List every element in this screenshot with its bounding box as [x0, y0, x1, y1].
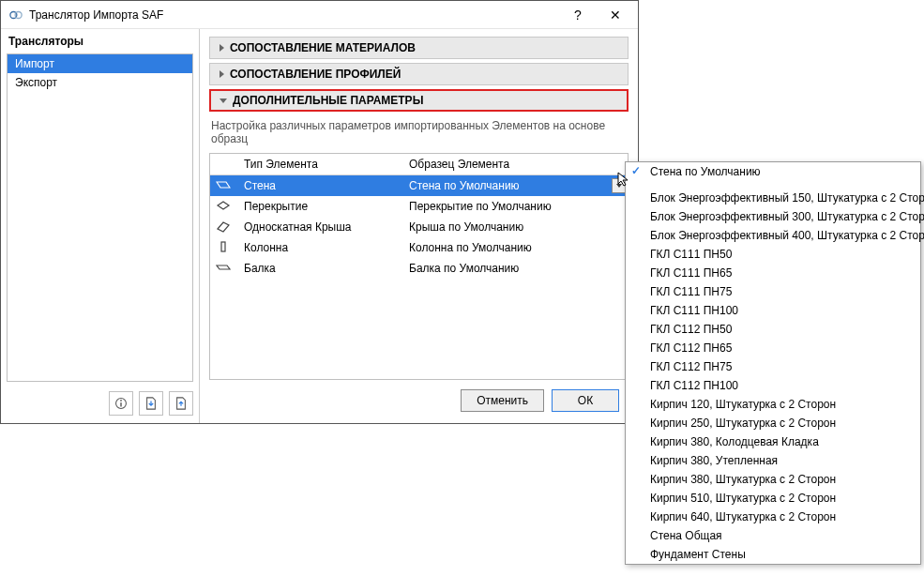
- section-profiles[interactable]: СОПОСТАВЛЕНИЕ ПРОФИЛЕЙ: [209, 63, 629, 85]
- table-row[interactable]: Балка Балка по Умолчанию: [210, 258, 628, 279]
- sidebar-item-import[interactable]: Импорт: [8, 54, 192, 73]
- sample-dropdown-popup: Стена по Умолчанию Блок Энергоэффективны…: [625, 161, 921, 565]
- cell-type: Балка: [236, 262, 401, 275]
- cell-type: Стена: [236, 179, 401, 192]
- content-panel: СОПОСТАВЛЕНИЕ МАТЕРИАЛОВ СОПОСТАВЛЕНИЕ П…: [200, 29, 638, 423]
- dropdown-option[interactable]: ГКЛ C111 ПН65: [626, 264, 920, 282]
- description-text: Настройка различных параметров импортиро…: [209, 115, 629, 153]
- translator-tree: Импорт Экспорт: [7, 53, 193, 382]
- section-additional-params[interactable]: ДОПОЛНИТЕЛЬНЫЕ ПАРАМЕТРЫ: [209, 89, 629, 112]
- dropdown-option[interactable]: ГКЛ C112 ПН100: [626, 376, 920, 395]
- dropdown-option-selected[interactable]: Стена по Умолчанию: [626, 162, 920, 181]
- cell-type: Перекрытие: [236, 200, 401, 213]
- dropdown-option[interactable]: ГКЛ C112 ПН65: [626, 339, 920, 357]
- dropdown-option[interactable]: ГКЛ C112 ПН50: [626, 320, 920, 339]
- dropdown-option[interactable]: Кирпич 120, Штукатурка с 2 Сторон: [626, 395, 920, 414]
- chevron-down-icon: [220, 99, 227, 103]
- dialog-footer: Отменить ОК: [209, 380, 629, 414]
- dropdown-option[interactable]: ГКЛ C112 ПН75: [626, 357, 920, 376]
- svg-rect-5: [221, 242, 225, 251]
- dropdown-option[interactable]: Кирпич 380, Штукатурка с 2 Сторон: [626, 470, 920, 489]
- wall-icon: [216, 178, 231, 194]
- col-type: Тип Элемента: [236, 154, 401, 174]
- column-icon: [216, 240, 231, 256]
- help-button[interactable]: ?: [559, 2, 597, 28]
- dropdown-option[interactable]: Блок Энергоэффективный 300, Штукатурка с…: [626, 207, 920, 226]
- cell-sample: Колонна по Умолчанию: [401, 241, 611, 254]
- section-label: СОПОСТАВЛЕНИЕ ПРОФИЛЕЙ: [230, 68, 401, 81]
- table-row[interactable]: Перекрытие Перекрытие по Умолчанию: [210, 196, 628, 217]
- dialog-window: Транслятор Импорта SAF ? ✕ Трансляторы И…: [0, 0, 639, 424]
- dropdown-separator: [626, 181, 920, 189]
- info-button[interactable]: [109, 391, 133, 416]
- dropdown-option[interactable]: Кирпич 380, Утепленная: [626, 451, 920, 470]
- svg-rect-3: [120, 402, 121, 406]
- table-row[interactable]: Односкатная Крыша Крыша по Умолчанию: [210, 217, 628, 237]
- dropdown-option[interactable]: ГКЛ C111 ПН75: [626, 282, 920, 301]
- section-label: ДОПОЛНИТЕЛЬНЫЕ ПАРАМЕТРЫ: [233, 94, 423, 107]
- cell-sample: Перекрытие по Умолчанию: [401, 200, 611, 213]
- table-row[interactable]: Колонна Колонна по Умолчанию: [210, 237, 628, 258]
- cell-sample: Стена по Умолчанию: [401, 179, 611, 192]
- sidebar-toolbar: [1, 387, 199, 423]
- dropdown-option[interactable]: Блок Энергоэффективный 400, Штукатурка с…: [626, 226, 920, 245]
- export-file-button[interactable]: [169, 391, 193, 416]
- sidebar-heading: Трансляторы: [1, 29, 199, 52]
- dropdown-option[interactable]: Стена Общая: [626, 526, 920, 545]
- window-title: Транслятор Импорта SAF: [29, 8, 559, 22]
- cell-type: Односкатная Крыша: [236, 220, 401, 234]
- table-header: Тип Элемента Образец Элемента: [210, 154, 628, 175]
- sidebar: Трансляторы Импорт Экспорт: [1, 29, 200, 423]
- dropdown-option[interactable]: Блок Энергоэффективный 150, Штукатурка с…: [626, 189, 920, 207]
- chevron-right-icon: [220, 44, 224, 52]
- chevron-right-icon: [220, 70, 224, 78]
- dropdown-option[interactable]: ГКЛ C111 ПН50: [626, 245, 920, 264]
- cell-sample: Крыша по Умолчанию: [401, 220, 611, 234]
- dropdown-option[interactable]: ГКЛ C111 ПН100: [626, 301, 920, 320]
- titlebar: Транслятор Импорта SAF ? ✕: [1, 1, 638, 29]
- section-materials[interactable]: СОПОСТАВЛЕНИЕ МАТЕРИАЛОВ: [209, 37, 629, 59]
- table-body: Стена Стена по Умолчанию Перекрытие Пере…: [210, 175, 628, 379]
- col-icon: [210, 154, 236, 174]
- ok-button[interactable]: ОК: [552, 389, 619, 412]
- table-row[interactable]: Стена Стена по Умолчанию: [210, 175, 628, 196]
- cell-type: Колонна: [236, 241, 401, 254]
- dropdown-option[interactable]: Кирпич 250, Штукатурка с 2 Сторон: [626, 414, 920, 432]
- dropdown-option[interactable]: Кирпич 640, Штукатурка с 2 Сторон: [626, 508, 920, 526]
- slab-icon: [216, 199, 231, 215]
- dropdown-option[interactable]: Кирпич 380, Колодцевая Кладка: [626, 432, 920, 451]
- svg-point-4: [120, 400, 122, 402]
- sidebar-item-export[interactable]: Экспорт: [8, 73, 192, 92]
- section-label: СОПОСТАВЛЕНИЕ МАТЕРИАЛОВ: [230, 41, 416, 54]
- svg-point-1: [15, 11, 22, 18]
- cancel-button[interactable]: Отменить: [461, 389, 544, 412]
- element-mapping-table: Тип Элемента Образец Элемента Стена Стен…: [209, 153, 629, 380]
- dropdown-option[interactable]: Фундамент Стены: [626, 545, 920, 564]
- col-sample: Образец Элемента: [401, 154, 611, 174]
- cell-sample: Балка по Умолчанию: [401, 262, 611, 275]
- import-file-button[interactable]: [139, 391, 163, 416]
- beam-icon: [216, 261, 231, 277]
- dropdown-option[interactable]: Кирпич 510, Штукатурка с 2 Сторон: [626, 489, 920, 508]
- close-button[interactable]: ✕: [597, 2, 634, 28]
- app-icon: [8, 8, 23, 23]
- roof-icon: [216, 220, 231, 235]
